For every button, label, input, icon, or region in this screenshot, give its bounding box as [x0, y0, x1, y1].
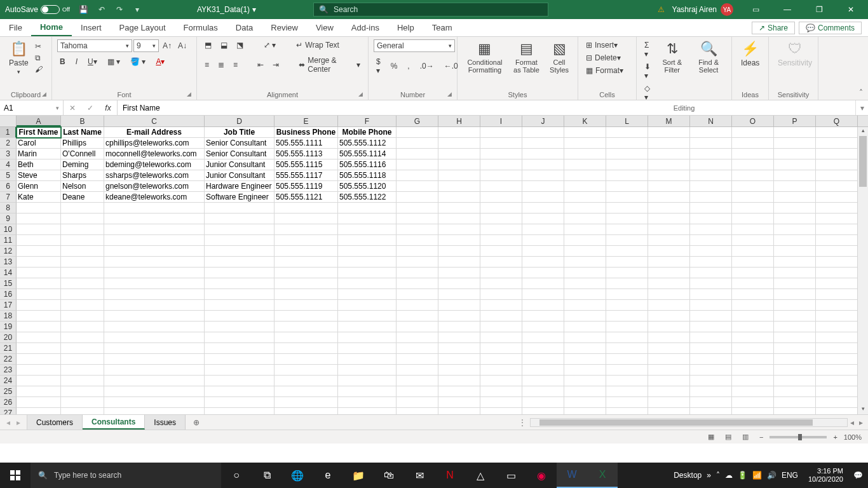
cell[interactable] [564, 181, 606, 192]
cell[interactable] [816, 397, 858, 408]
cell[interactable] [438, 192, 480, 203]
cell[interactable] [732, 300, 774, 311]
cell[interactable] [732, 376, 774, 386]
font-name-select[interactable]: Tahoma▾ [57, 39, 132, 52]
cell[interactable] [438, 354, 480, 365]
cell[interactable] [104, 376, 205, 386]
cell[interactable] [606, 214, 648, 224]
cell[interactable] [522, 159, 564, 170]
cell[interactable] [480, 257, 522, 268]
align-top-icon[interactable]: ⬒ [202, 39, 214, 51]
row-header[interactable]: 1 [0, 127, 17, 138]
cell[interactable] [606, 192, 648, 203]
row-header[interactable]: 12 [0, 246, 17, 257]
cell[interactable] [397, 268, 438, 278]
cell[interactable] [104, 300, 205, 311]
cell[interactable] [690, 354, 732, 365]
cell[interactable]: Carol [17, 138, 61, 149]
cell[interactable] [397, 192, 438, 203]
cell[interactable] [606, 235, 648, 246]
cell[interactable] [397, 159, 438, 170]
cell[interactable]: 555.555.1117 [275, 170, 338, 181]
cut-icon[interactable]: ✂ [35, 42, 43, 51]
cell[interactable]: 505.555.1119 [275, 181, 338, 192]
cell[interactable]: 505.555.1122 [338, 192, 397, 203]
column-header[interactable]: K [564, 116, 606, 126]
cell[interactable] [61, 311, 104, 322]
cell[interactable] [564, 376, 606, 386]
cell[interactable] [564, 408, 606, 414]
tab-split-icon[interactable]: ⋮ [519, 418, 526, 427]
cell[interactable]: 505.555.1112 [338, 138, 397, 149]
cell[interactable] [61, 268, 104, 278]
cell[interactable] [17, 235, 61, 246]
notifications-icon[interactable]: 💬 [853, 471, 863, 480]
cell[interactable] [690, 235, 732, 246]
cell[interactable] [205, 322, 275, 332]
cell[interactable] [438, 311, 480, 322]
cell[interactable] [205, 408, 275, 414]
cell[interactable] [816, 289, 858, 300]
spreadsheet-grid[interactable]: ABCDEFGHIJKLMNOPQ 1First NameLast NameE-… [0, 116, 868, 414]
cell[interactable] [564, 149, 606, 159]
cell[interactable] [275, 257, 338, 268]
cell[interactable] [397, 343, 438, 354]
sheet-tab-issues[interactable]: Issues [145, 415, 186, 430]
cell[interactable]: moconnell@teleworks.com [104, 149, 205, 159]
cell[interactable] [648, 138, 690, 149]
row-header[interactable]: 7 [0, 192, 17, 203]
language-indicator[interactable]: ENG [782, 471, 798, 480]
horizontal-scrollbar[interactable] [530, 418, 848, 427]
cell[interactable] [205, 235, 275, 246]
row-header[interactable]: 17 [0, 300, 17, 311]
cell[interactable] [774, 127, 816, 138]
cell[interactable] [480, 289, 522, 300]
cell[interactable] [338, 203, 397, 214]
row-header[interactable]: 16 [0, 289, 17, 300]
cell[interactable] [564, 235, 606, 246]
cell[interactable]: Junior Consultant [205, 159, 275, 170]
tab-review[interactable]: Review [262, 19, 307, 36]
cell[interactable] [61, 343, 104, 354]
cell[interactable] [522, 224, 564, 235]
cell[interactable] [275, 246, 338, 257]
fill-color-button[interactable]: 🪣 ▾ [128, 56, 148, 67]
cell[interactable] [104, 343, 205, 354]
cell[interactable] [104, 257, 205, 268]
cell[interactable] [61, 376, 104, 386]
cell[interactable] [522, 354, 564, 365]
cell[interactable] [816, 365, 858, 376]
cell[interactable] [438, 386, 480, 397]
cell[interactable] [816, 170, 858, 181]
cell[interactable] [606, 203, 648, 214]
cell[interactable] [606, 376, 648, 386]
cell[interactable] [648, 311, 690, 322]
cell[interactable] [17, 365, 61, 376]
start-button[interactable] [0, 463, 31, 488]
comma-icon[interactable]: , [405, 60, 412, 72]
cell[interactable] [564, 397, 606, 408]
cell[interactable]: 505.555.1118 [338, 170, 397, 181]
cell[interactable]: Senior Consultant [205, 149, 275, 159]
row-header[interactable]: 19 [0, 322, 17, 332]
cell[interactable]: 505.555.1115 [275, 159, 338, 170]
cell[interactable] [397, 181, 438, 192]
cell[interactable] [606, 332, 648, 343]
cell[interactable] [397, 397, 438, 408]
cell[interactable] [205, 386, 275, 397]
cell[interactable] [275, 203, 338, 214]
cell[interactable] [480, 149, 522, 159]
cell[interactable] [480, 408, 522, 414]
cell[interactable] [732, 289, 774, 300]
cell[interactable] [774, 397, 816, 408]
search-box[interactable]: 🔍 Search [313, 3, 548, 17]
cell[interactable] [275, 278, 338, 289]
find-select-button[interactable]: 🔍Find & Select [691, 39, 726, 75]
cell[interactable] [61, 332, 104, 343]
cell[interactable] [690, 322, 732, 332]
cell[interactable] [816, 235, 858, 246]
vertical-scrollbar[interactable]: ▴ ▾ [857, 127, 868, 414]
paste-button[interactable]: 📋 Paste ▾ [5, 39, 32, 76]
column-header[interactable]: P [774, 116, 816, 126]
orientation-icon[interactable]: ⤢ ▾ [261, 39, 278, 51]
